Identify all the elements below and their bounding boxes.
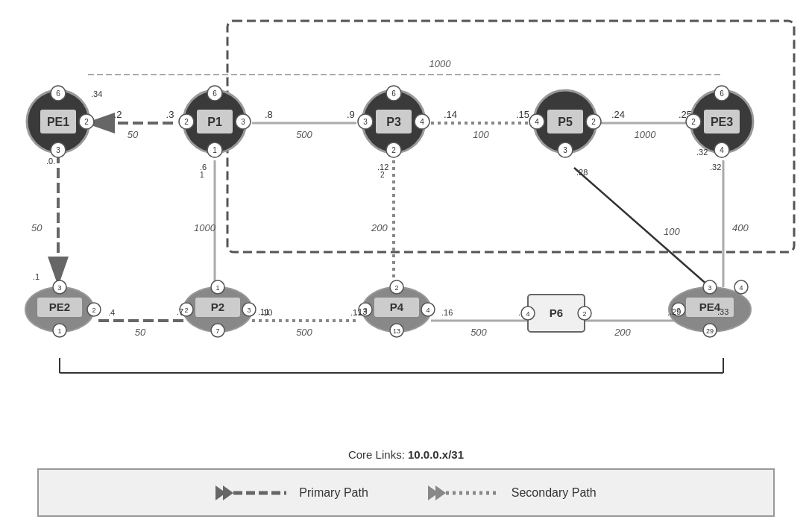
svg-text:P5: P5 [558, 116, 573, 128]
label-pe1-bot-if: .0. [46, 157, 55, 166]
label-pe1-top34: .34 [91, 89, 102, 98]
label-pe3-bot-if: .32 [710, 163, 721, 172]
svg-text:2: 2 [582, 310, 586, 318]
svg-text:4: 4 [739, 284, 743, 292]
node-PE1: PE1 2 3 6 [27, 86, 94, 157]
node-P4: P4 3 4 2 13 [359, 280, 435, 337]
label-p2-r11: .11 [258, 307, 269, 316]
svg-text:PE3: PE3 [711, 116, 733, 128]
svg-text:13: 13 [393, 327, 400, 335]
node-PE4: PE4 2 3 4 29 [669, 280, 751, 337]
label-p2-l7: .7 [177, 307, 183, 316]
svg-text:3: 3 [563, 146, 567, 154]
svg-text:P6: P6 [550, 307, 563, 319]
legend-secondary-line [428, 482, 503, 504]
legend-primary-line [215, 482, 290, 504]
label-p4-right-if1: .16 [441, 308, 453, 317]
label-p5-pe3-metric: 1000 [635, 129, 657, 140]
legend-secondary: Secondary Path [428, 482, 597, 504]
svg-text:6: 6 [391, 89, 396, 98]
svg-text:2: 2 [184, 307, 188, 314]
link-P5-PE4-diag [574, 168, 727, 302]
label-pe4-33: .33 [717, 307, 728, 316]
svg-text:2: 2 [391, 146, 396, 154]
svg-text:3: 3 [247, 307, 251, 314]
svg-text:3: 3 [241, 118, 245, 126]
svg-text:29: 29 [706, 327, 714, 335]
svg-text:4: 4 [535, 118, 539, 126]
node-PE2: PE2 2 3 1 [25, 280, 101, 337]
label-p1-p3-right: .9 [347, 109, 355, 120]
label-pe2-p2-metric: 50 [135, 327, 146, 338]
label-pe1-pe2-metric: 50 [31, 222, 43, 233]
label-pe3-bot32: .32 [696, 148, 708, 157]
legend-primary: Primary Path [215, 482, 368, 504]
svg-text:1: 1 [213, 146, 217, 154]
svg-text:PE1: PE1 [47, 116, 69, 128]
label-pe1-p1-metric: 50 [128, 129, 139, 140]
svg-text:3: 3 [363, 118, 368, 126]
network-svg: .2 .3 50 .8 .9 500 .14 .15 100 .24 .25 1… [7, 7, 805, 433]
core-links-label: Core Links: 10.0.0.x/31 [348, 448, 464, 461]
node-P3: P3 3 4 6 2 [358, 86, 429, 157]
label-p2-p4-metric: 500 [296, 327, 312, 338]
label-pe2-top1: .1 [33, 272, 40, 281]
main-container: .2 .3 50 .8 .9 500 .14 .15 100 .24 .25 1… [0, 0, 812, 528]
svg-text:3: 3 [56, 146, 60, 154]
label-p3-bot-2: 2 [380, 171, 385, 179]
label-p3-p5-right: .15 [516, 109, 529, 120]
label-p3-p5-left: .14 [444, 109, 457, 120]
legend-secondary-label: Secondary Path [512, 486, 597, 500]
node-P6: P6 4 2 [521, 295, 591, 332]
label-p6-pe4-metric: 200 [614, 327, 631, 338]
label-pe1-p1-top: .2 [114, 109, 122, 120]
svg-text:4: 4 [720, 146, 724, 154]
node-P2: P2 2 3 1 7 [180, 280, 256, 337]
svg-text:P4: P4 [390, 301, 404, 313]
svg-text:2: 2 [92, 307, 95, 314]
svg-text:P1: P1 [207, 116, 222, 128]
svg-text:6: 6 [720, 89, 724, 98]
svg-text:2: 2 [184, 118, 189, 126]
svg-text:1: 1 [215, 284, 219, 292]
legend-primary-label: Primary Path [299, 486, 368, 500]
label-p1-p2-metric: 1000 [194, 222, 216, 233]
svg-text:4: 4 [526, 310, 529, 318]
svg-text:6: 6 [213, 89, 217, 98]
svg-text:P3: P3 [386, 116, 401, 128]
label-p5-pe3-left: .24 [611, 109, 625, 120]
svg-text:2: 2 [394, 284, 398, 292]
svg-text:4: 4 [426, 307, 429, 314]
label-pe1-p1-bot: .3 [166, 109, 174, 120]
label-p5-bot-if: .28 [576, 168, 588, 177]
label-top-metric: 1000 [429, 58, 452, 69]
svg-text:2: 2 [84, 118, 89, 126]
svg-text:3: 3 [57, 284, 61, 292]
node-P5: P5 4 2 3 [529, 90, 601, 157]
svg-text:2: 2 [691, 118, 696, 126]
label-p3-p4-metric: 200 [371, 222, 388, 233]
node-P1: P1 2 3 6 1 [179, 86, 251, 157]
svg-marker-102 [223, 485, 233, 500]
svg-text:4: 4 [420, 118, 424, 126]
diagram-area: .2 .3 50 .8 .9 500 .14 .15 100 .24 .25 1… [7, 7, 805, 433]
svg-text:P2: P2 [211, 301, 224, 313]
node-PE3: PE3 2 6 4 [686, 86, 753, 157]
svg-marker-105 [435, 485, 446, 500]
label-p4-p6-metric: 500 [470, 327, 487, 338]
label-p1-p3-metric: 500 [296, 129, 312, 140]
label-p1-p3-left: .8 [265, 109, 273, 120]
legend: Primary Path Secondary Path [37, 468, 775, 517]
svg-text:6: 6 [56, 89, 60, 98]
label-p1-bot-1: 1 [200, 171, 204, 179]
label-pe4-29: .29 [670, 307, 681, 316]
svg-text:3: 3 [708, 284, 711, 292]
svg-text:PE2: PE2 [49, 301, 70, 313]
label-pe3-pe4-metric: 400 [732, 222, 749, 233]
label-p5-diag-metric: 100 [664, 226, 680, 237]
svg-text:7: 7 [215, 327, 219, 335]
svg-text:2: 2 [591, 118, 596, 126]
label-pe2-right-if1: .4 [108, 308, 115, 317]
svg-text:1: 1 [57, 327, 61, 335]
label-p3-p5-metric: 100 [473, 129, 489, 140]
